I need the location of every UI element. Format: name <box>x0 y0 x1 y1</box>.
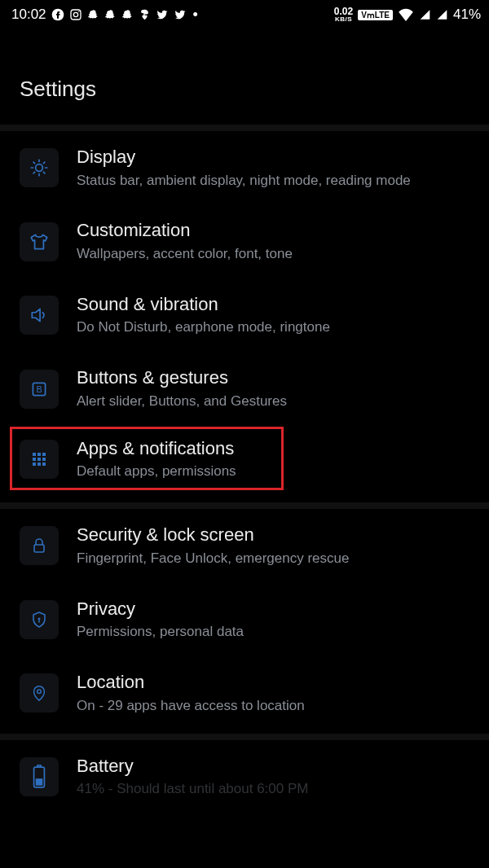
instagram-icon <box>69 8 82 21</box>
status-time: 10:02 <box>11 7 46 23</box>
section-divider <box>0 125 489 131</box>
svg-text:B: B <box>36 384 42 394</box>
volte-badge: VⅿLTE <box>358 10 393 20</box>
svg-point-2 <box>73 12 77 16</box>
settings-item-security[interactable]: Security & lock screen Fingerprint, Face… <box>0 509 489 582</box>
twitter-icon <box>174 9 187 20</box>
svg-rect-13 <box>33 462 36 466</box>
svg-rect-20 <box>37 765 41 767</box>
tshirt-icon <box>20 222 59 261</box>
svg-rect-8 <box>37 453 41 456</box>
item-subtitle: Permissions, personal data <box>77 623 473 642</box>
overflow-dot-icon: • <box>192 7 200 22</box>
facebook-icon <box>51 8 64 21</box>
twitter-icon <box>156 9 169 20</box>
svg-rect-15 <box>42 462 46 466</box>
page-title: Settings <box>0 29 489 102</box>
svg-rect-7 <box>33 453 36 456</box>
item-subtitle: Alert slider, Buttons, and Gestures <box>77 392 473 411</box>
svg-rect-9 <box>42 453 46 456</box>
settings-list-group-2: Security & lock screen Fingerprint, Face… <box>0 509 489 730</box>
item-title: Privacy <box>77 598 473 620</box>
svg-rect-21 <box>36 778 43 786</box>
svg-point-17 <box>38 617 41 620</box>
settings-list-group-1: Display Status bar, ambient display, nig… <box>0 131 489 493</box>
snapchat-icon <box>121 9 134 21</box>
settings-list-group-3: Battery 41% - Should last until about 6:… <box>0 740 489 799</box>
status-bar: 10:02 • 0.02 KB/S VⅿLTE <box>0 0 489 29</box>
item-title: Sound & vibration <box>77 293 473 316</box>
shield-icon <box>20 600 59 639</box>
svg-rect-14 <box>37 462 41 466</box>
item-subtitle: Status bar, ambient display, night mode,… <box>77 172 473 191</box>
data-speed: 0.02 KB/S <box>334 7 353 23</box>
swiggy-icon <box>139 8 151 21</box>
item-subtitle: Fingerprint, Face Unlock, emergency resc… <box>77 550 473 568</box>
item-title: Location <box>77 671 473 694</box>
item-title: Buttons & gestures <box>77 366 473 389</box>
svg-rect-16 <box>34 545 44 552</box>
battery-icon <box>20 757 59 796</box>
speaker-icon <box>20 296 59 335</box>
svg-rect-1 <box>71 10 81 20</box>
lock-icon <box>20 526 59 565</box>
item-subtitle: Wallpapers, accent color, font, tone <box>77 245 473 264</box>
section-divider <box>0 502 489 509</box>
buttons-icon: B <box>20 370 59 409</box>
wifi-icon <box>398 8 414 21</box>
signal-icon <box>436 9 448 20</box>
item-title: Customization <box>77 219 473 242</box>
svg-rect-11 <box>37 458 41 461</box>
item-subtitle: Do Not Disturb, earphone mode, ringtone <box>77 318 473 337</box>
svg-rect-10 <box>33 458 36 461</box>
status-right: 0.02 KB/S VⅿLTE 41% <box>334 7 481 23</box>
svg-point-4 <box>36 164 43 172</box>
item-title: Display <box>77 146 473 169</box>
svg-point-18 <box>37 690 42 694</box>
settings-item-apps[interactable]: Apps & notifications Default apps, permi… <box>0 426 489 493</box>
apps-grid-icon <box>20 440 59 479</box>
battery-percent: 41% <box>453 7 481 23</box>
location-pin-icon <box>20 673 59 712</box>
item-subtitle: 41% - Should last until about 6:00 PM <box>77 780 473 799</box>
status-left: 10:02 • <box>11 7 200 23</box>
item-subtitle: On - 29 apps have access to location <box>77 697 473 716</box>
settings-item-privacy[interactable]: Privacy Permissions, personal data <box>0 583 489 656</box>
item-subtitle: Default apps, permissions <box>77 462 473 481</box>
snapchat-icon <box>87 9 99 21</box>
settings-item-customization[interactable]: Customization Wallpapers, accent color, … <box>0 204 489 278</box>
item-title: Apps & notifications <box>77 437 473 460</box>
svg-point-3 <box>78 11 79 12</box>
settings-item-sound[interactable]: Sound & vibration Do Not Disturb, earpho… <box>0 278 489 352</box>
signal-icon <box>419 9 431 20</box>
settings-item-battery[interactable]: Battery 41% - Should last until about 6:… <box>0 740 489 799</box>
item-title: Battery <box>77 755 473 778</box>
snapchat-icon <box>104 9 117 21</box>
settings-item-location[interactable]: Location On - 29 apps have access to loc… <box>0 656 489 730</box>
settings-item-display[interactable]: Display Status bar, ambient display, nig… <box>0 131 489 204</box>
brightness-icon <box>20 148 59 187</box>
svg-rect-12 <box>42 458 46 461</box>
settings-item-buttons[interactable]: B Buttons & gestures Alert slider, Butto… <box>0 352 489 425</box>
section-divider <box>0 734 489 740</box>
item-title: Security & lock screen <box>77 524 473 546</box>
